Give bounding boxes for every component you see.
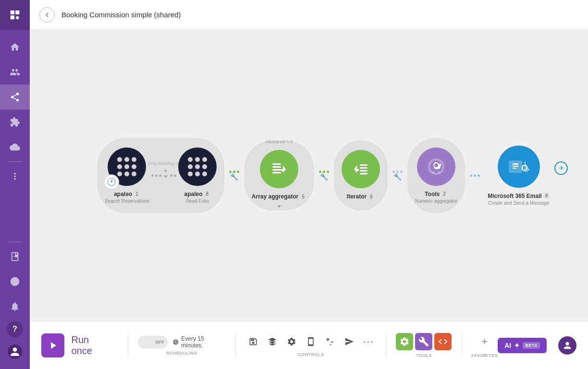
clock-badge: 🕐	[104, 174, 119, 190]
share-icon	[10, 92, 20, 102]
auto-icon	[325, 337, 335, 346]
sidebar-item-share[interactable]	[0, 85, 30, 110]
sidebar-item-cloud[interactable]	[0, 135, 30, 160]
sidebar-item-profile[interactable]	[0, 339, 30, 364]
filter-arrow-1	[163, 174, 169, 180]
run-once-button[interactable]	[41, 333, 64, 357]
node-circle-ms365: O	[498, 146, 540, 188]
flow-canvas[interactable]: 🕐 apaleo 1 Search Reservations	[30, 30, 588, 321]
save-icon	[248, 337, 258, 346]
bottom-toolbar: Run once OFF Every 15 minutes. SCHEDULIN…	[30, 321, 588, 369]
array-aggregator-icon	[269, 159, 290, 180]
node-label-ms365: Microsoft 365 Email 4	[488, 193, 550, 199]
avatar	[8, 344, 22, 359]
play-icon	[47, 340, 59, 351]
svg-rect-7	[360, 167, 368, 169]
svg-rect-4	[272, 169, 281, 171]
flow-group-3: Iterator 6	[334, 140, 388, 210]
send-control[interactable]	[342, 334, 357, 349]
node-ms365email[interactable]: O Microsoft 365 Email 4 Create and Send …	[488, 146, 550, 206]
clock-icon	[172, 339, 179, 345]
device-icon	[306, 337, 316, 346]
iterator-icon	[350, 159, 371, 180]
beta-badge: BETA	[523, 342, 540, 349]
more-control[interactable]: ···	[361, 334, 376, 349]
favorites-label: FAVORITES	[471, 353, 498, 358]
connector-2-3: 🔧	[314, 171, 334, 181]
node-sublabel-ms365: Create and Send a Message	[488, 200, 549, 206]
scheduling-controls: OFF Every 15 minutes.	[138, 335, 226, 349]
tools-icon	[424, 155, 448, 179]
controls-icons-row: ···	[245, 334, 376, 349]
node-label-iterator: Iterator 6	[347, 193, 375, 200]
flow-group-1: 🕐 apaleo 1 Search Reservations	[97, 138, 224, 213]
layers-control[interactable]	[265, 334, 280, 349]
tool-gear-button[interactable]	[396, 333, 413, 350]
node-array-aggregator[interactable]: Allowance > 0	[252, 150, 306, 201]
users-icon	[10, 67, 20, 77]
tool-code-button[interactable]	[434, 333, 452, 350]
filter-down-arrow-2	[276, 204, 282, 209]
sidebar-item-more[interactable]	[0, 164, 30, 189]
ai-button[interactable]: AI ✦ BETA	[498, 338, 547, 353]
node-circle-array	[260, 150, 298, 188]
tools-row	[396, 333, 452, 350]
svg-rect-9	[360, 173, 368, 174]
sidebar-item-puzzle[interactable]	[0, 110, 30, 135]
scheduling-label: SCHEDULING	[166, 351, 197, 356]
svg-marker-1	[277, 205, 281, 208]
add-icon: +	[559, 163, 564, 173]
scheduling-section: OFF Every 15 minutes. SCHEDULING	[138, 335, 226, 356]
sidebar-item-rocket[interactable]	[0, 269, 30, 294]
divider-1	[128, 333, 128, 357]
svg-rect-3	[272, 166, 281, 168]
scheduling-toggle[interactable]: OFF	[138, 336, 168, 348]
toolbar-profile-button[interactable]	[558, 336, 576, 355]
save-control[interactable]	[245, 334, 261, 349]
sidebar-divider	[8, 161, 22, 162]
tools-label: TOOLS	[416, 353, 432, 358]
fav-add-icon: +	[481, 335, 488, 348]
svg-marker-0	[164, 175, 168, 178]
tool-wrench-button[interactable]	[415, 333, 432, 350]
device-control[interactable]	[303, 334, 318, 349]
ai-sparkle-icon: ✦	[514, 342, 520, 349]
sidebar-item-docs[interactable]	[0, 244, 30, 269]
sidebar-item-help[interactable]: ?	[7, 321, 23, 337]
node-dots-apaleo8	[188, 157, 207, 176]
node-iterator[interactable]: Iterator 6	[342, 150, 380, 201]
wrench-mini-2: 🔧	[320, 173, 328, 181]
page-title: Booking Commission simple (shared)	[61, 11, 181, 19]
node-tools[interactable]: Tools 2 Numeric aggregator	[415, 148, 457, 204]
wrench-mini-1: 🔧	[230, 173, 238, 181]
node-circle-apaleo1: 🕐	[108, 148, 146, 186]
toolbar-avatar-icon	[563, 341, 572, 350]
help-label: ?	[12, 325, 17, 333]
tools-section: TOOLS	[396, 333, 452, 358]
node-apaleo8[interactable]: apaleo 8 Read Folio	[178, 148, 217, 204]
sidebar-item-home[interactable]	[0, 35, 30, 60]
node-apaleo1[interactable]: 🕐 apaleo 1 Search Reservations	[105, 148, 149, 204]
back-button[interactable]	[39, 7, 55, 23]
add-node-button[interactable]: +	[554, 161, 568, 175]
auto-control[interactable]	[322, 334, 338, 349]
run-section: Run once	[41, 333, 111, 357]
flow-diagram: 🕐 apaleo 1 Search Reservations	[59, 109, 588, 242]
send-icon	[344, 337, 354, 346]
node-dots-apaleo1	[117, 157, 136, 176]
add-favorite-button[interactable]: +	[476, 333, 493, 350]
connector-4-5	[465, 174, 485, 177]
node-label-apaleo8: apaleo 8	[184, 191, 211, 197]
sidebar-item-bell[interactable]	[0, 294, 30, 319]
logo-icon	[8, 8, 22, 22]
node-label-array: Array aggregator 5	[252, 193, 306, 200]
sidebar-item-users[interactable]	[0, 60, 30, 85]
app-logo[interactable]	[0, 0, 30, 30]
ms365-icon: O	[506, 154, 532, 180]
gear-tool-icon	[399, 336, 410, 347]
settings-control[interactable]	[284, 334, 299, 349]
connector-3-4: 🔧	[388, 171, 407, 181]
dots-4-5	[468, 174, 482, 177]
code-tool-icon	[438, 336, 448, 347]
divider-2	[235, 333, 236, 357]
